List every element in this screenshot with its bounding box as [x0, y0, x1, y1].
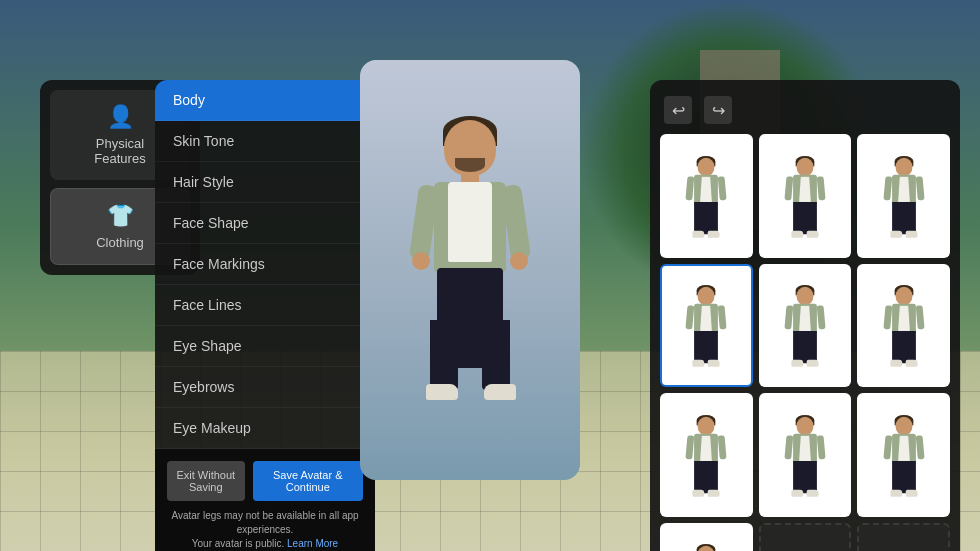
undo-button[interactable]: ↩ — [664, 96, 692, 124]
avatar-grid — [660, 134, 950, 551]
right-panel-toolbar: ↩ ↪ — [660, 90, 950, 134]
grid-cell-8[interactable] — [759, 393, 852, 517]
grid-cell-5[interactable] — [759, 264, 852, 388]
save-avatar-button[interactable]: Save Avatar & Continue — [253, 461, 363, 501]
learn-more-link[interactable]: Learn More — [287, 538, 338, 549]
notice-line1: Avatar legs may not be available in all … — [171, 510, 358, 535]
mini-head — [698, 158, 715, 177]
menu-item-body[interactable]: Body — [155, 80, 375, 121]
grid-cell-10[interactable] — [660, 523, 753, 551]
mini-arm-l — [784, 176, 793, 200]
mini-avatar-10 — [685, 546, 728, 551]
public-label: Your avatar is public. — [192, 538, 284, 549]
menu-item-face-shape[interactable]: Face Shape — [155, 203, 375, 244]
menu-list: Body Skin Tone Hair Style Face Shape Fac… — [155, 80, 375, 449]
grid-cell-9[interactable] — [857, 393, 950, 517]
avatar-shoe-right — [484, 384, 516, 400]
avatar-leg-right — [482, 320, 510, 390]
mini-arm-r — [817, 176, 826, 200]
mini-head — [796, 158, 813, 177]
mini-legs — [793, 202, 817, 234]
grid-cell-3[interactable] — [857, 134, 950, 258]
mini-shoes — [693, 231, 720, 238]
middle-panel: Body Skin Tone Hair Style Face Shape Fac… — [155, 80, 375, 551]
mini-avatar-7 — [685, 417, 728, 494]
menu-item-face-markings[interactable]: Face Markings — [155, 244, 375, 285]
person-icon: 👤 — [107, 104, 134, 130]
right-panel: ↩ ↪ — [650, 80, 960, 551]
mini-shoe-r — [708, 231, 720, 238]
clothing-icon: 👕 — [107, 203, 134, 229]
menu-item-face-lines[interactable]: Face Lines — [155, 285, 375, 326]
mini-avatar-4 — [685, 287, 728, 364]
avatar-shirt — [448, 182, 492, 262]
mini-shoe-l — [693, 231, 705, 238]
grid-cell-12[interactable] — [857, 523, 950, 551]
avatar-hand-left — [412, 252, 430, 270]
grid-cell-2[interactable] — [759, 134, 852, 258]
mini-inner-shirt — [799, 176, 811, 202]
menu-item-eyebrows[interactable]: Eyebrows — [155, 367, 375, 408]
avatar-figure — [410, 120, 530, 420]
grid-cell-1[interactable] — [660, 134, 753, 258]
exit-without-saving-button[interactable]: Exit Without Saving — [167, 461, 245, 501]
grid-cell-11[interactable] — [759, 523, 852, 551]
menu-item-eye-shape[interactable]: Eye Shape — [155, 326, 375, 367]
grid-cell-4[interactable] — [660, 264, 753, 388]
mini-avatar-3 — [882, 158, 925, 235]
clothing-label: Clothing — [96, 235, 144, 250]
action-buttons-row: Exit Without Saving Save Avatar & Contin… — [167, 461, 363, 501]
mini-avatar-1 — [685, 158, 728, 235]
redo-button[interactable]: ↪ — [704, 96, 732, 124]
mini-shoes — [791, 231, 818, 238]
avatar-leg-left — [430, 320, 458, 390]
avatar-hand-right — [510, 252, 528, 270]
physical-features-label: Physical Features — [94, 136, 145, 166]
menu-item-hair-style[interactable]: Hair Style — [155, 162, 375, 203]
avatar-shoe-left — [426, 384, 458, 400]
mini-legs — [694, 202, 718, 234]
mini-avatar-5 — [784, 287, 827, 364]
notice-text: Avatar legs may not be available in all … — [167, 509, 363, 551]
grid-cell-6[interactable] — [857, 264, 950, 388]
avatar-beard — [455, 158, 485, 172]
bottom-actions: Exit Without Saving Save Avatar & Contin… — [155, 449, 375, 551]
mini-avatar-2 — [784, 158, 827, 235]
menu-item-eye-makeup[interactable]: Eye Makeup — [155, 408, 375, 449]
mini-avatar-8 — [784, 417, 827, 494]
avatar-head — [444, 120, 496, 176]
grid-cell-7[interactable] — [660, 393, 753, 517]
mini-avatar-6 — [882, 287, 925, 364]
menu-item-skin-tone[interactable]: Skin Tone — [155, 121, 375, 162]
avatar-preview — [360, 60, 580, 480]
mini-arm-r — [718, 176, 727, 200]
mini-avatar-9 — [882, 417, 925, 494]
